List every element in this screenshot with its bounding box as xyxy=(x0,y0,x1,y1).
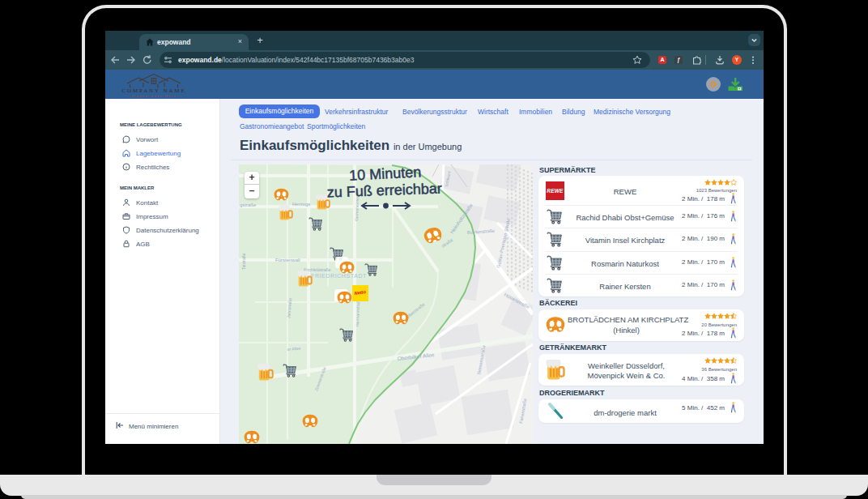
svg-text:Slogan Goes Here: Slogan Goes Here xyxy=(131,94,177,98)
svg-text:Talstraße: Talstraße xyxy=(241,253,246,270)
svg-text:Herzogs: Herzogs xyxy=(292,202,310,207)
svg-text:FRIEDRICHSTADT: FRIEDRICHSTADT xyxy=(311,273,367,279)
svg-text:gstraße: gstraße xyxy=(240,203,257,207)
svg-text:Fürstenwall: Fürstenwall xyxy=(275,258,300,262)
svg-text:Hermannstraße: Hermannstraße xyxy=(355,298,360,326)
